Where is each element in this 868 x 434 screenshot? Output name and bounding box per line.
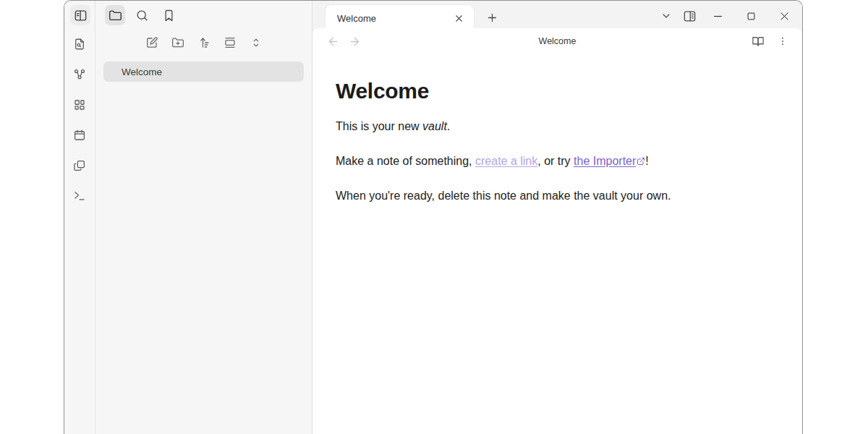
sidebar-tab-files[interactable]: [105, 5, 125, 25]
tab-close-button[interactable]: [451, 10, 467, 26]
daily-note-button[interactable]: [69, 125, 90, 145]
forward-arrow-icon: [349, 35, 361, 48]
quick-switcher-button[interactable]: [69, 34, 90, 54]
command-palette-terminal-icon: [73, 190, 86, 203]
tab-list-button[interactable]: [655, 5, 678, 27]
tab-close-icon: [454, 13, 464, 24]
daily-note-calendar-icon: [73, 129, 86, 142]
new-note-button[interactable]: [142, 33, 161, 52]
new-tab-button[interactable]: [481, 7, 503, 28]
note-paragraph-1: This is your new vault.: [336, 118, 746, 135]
sidebar-tab-bookmarks[interactable]: [158, 5, 179, 25]
file-explorer-sidebar: Welcome: [95, 1, 312, 434]
tabbar-right-controls: [655, 1, 802, 31]
note-content[interactable]: Welcome This is your new vault. Make a n…: [312, 54, 775, 205]
p1-period: .: [447, 120, 450, 132]
view-actions: [749, 33, 792, 50]
create-a-link-link[interactable]: create a link: [475, 155, 537, 167]
main-workspace: Welcome: [312, 1, 802, 434]
auto-reveal-icon: [224, 36, 237, 49]
note-paragraph-3: When you're ready, delete this note and …: [336, 187, 746, 204]
panel-right-toggle-icon: [683, 9, 697, 23]
p2-text: Make a note of something,: [336, 155, 475, 167]
reading-view-button[interactable]: [749, 33, 767, 50]
obsidian-window: Welcome Welcome: [64, 0, 803, 434]
tab-welcome[interactable]: Welcome: [325, 4, 475, 31]
canvas-icon: [73, 98, 86, 111]
graph-view-icon: [73, 68, 86, 81]
sort-order-icon: [197, 36, 210, 49]
ribbon: [64, 1, 95, 434]
ribbon-actions: [64, 34, 95, 206]
templates-button[interactable]: [69, 156, 90, 176]
auto-reveal-button[interactable]: [221, 33, 239, 52]
files-folder-icon: [109, 9, 122, 22]
importer-link[interactable]: the Importer: [574, 155, 636, 167]
more-options-button[interactable]: [773, 33, 792, 50]
editor-pane: Welcome: [312, 28, 802, 434]
expand-collapse-icon: [250, 36, 263, 49]
reading-view-book-icon: [752, 35, 765, 48]
forward-button[interactable]: [346, 33, 363, 50]
canvas-button[interactable]: [69, 95, 90, 115]
expand-collapse-button[interactable]: [247, 33, 265, 52]
back-arrow-icon: [327, 35, 339, 48]
graph-view-button[interactable]: [69, 64, 90, 85]
bookmarks-icon: [162, 9, 176, 22]
new-tab-icon: [486, 12, 498, 24]
file-item-welcome[interactable]: Welcome: [103, 61, 304, 82]
new-folder-button[interactable]: [169, 33, 187, 52]
templates-copy-icon: [73, 159, 86, 172]
sidebar-tab-search[interactable]: [132, 5, 152, 25]
command-palette-button[interactable]: [69, 186, 90, 206]
history-nav: [324, 33, 363, 50]
new-folder-icon: [171, 36, 184, 49]
left-sidebar-toggle-button[interactable]: [70, 5, 90, 25]
window-close-button[interactable]: [767, 1, 801, 30]
sort-order-button[interactable]: [195, 33, 213, 52]
right-sidebar-toggle-button[interactable]: [678, 5, 701, 27]
tab-bar: Welcome: [312, 1, 802, 31]
note-title: Welcome: [336, 79, 746, 103]
p2-exclaim: !: [645, 155, 648, 167]
note-paragraph-2: Make a note of something, create a link,…: [336, 153, 746, 169]
sidebar-tab-headers: [95, 1, 312, 30]
minimize-icon: [712, 10, 724, 22]
explorer-toolbar: [95, 30, 312, 56]
p1-italic: vault: [422, 120, 447, 132]
maximize-icon: [746, 11, 757, 22]
view-header-title: Welcome: [312, 36, 802, 46]
window-close-icon: [778, 10, 791, 22]
new-note-icon: [145, 36, 158, 49]
p1-text: This is your new: [336, 120, 422, 132]
external-link-icon: [637, 157, 645, 166]
panel-left-toggle-icon: [74, 9, 88, 22]
view-header: Welcome: [312, 28, 802, 54]
quick-switcher-icon: [73, 38, 86, 51]
file-item-label: Welcome: [122, 67, 162, 77]
tab-title: Welcome: [337, 13, 451, 24]
tab-list-chevron-icon: [660, 10, 672, 22]
minimize-button[interactable]: [701, 1, 734, 30]
search-icon: [135, 9, 149, 22]
back-button[interactable]: [324, 33, 341, 50]
p2-mid-text: , or try: [537, 155, 574, 167]
more-options-kebab-icon: [777, 35, 788, 47]
file-list: Welcome: [95, 56, 312, 82]
maximize-button[interactable]: [734, 1, 767, 30]
